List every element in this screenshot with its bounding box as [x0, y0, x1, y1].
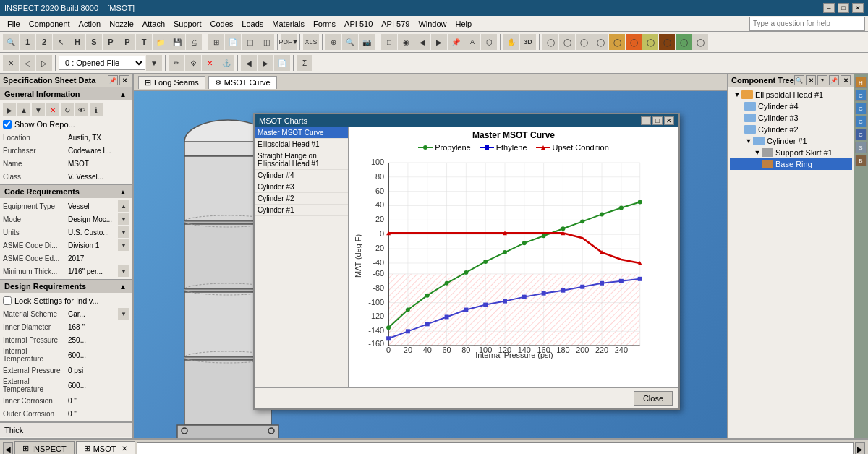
- tool-c6[interactable]: ◯: [626, 34, 642, 50]
- tree-item-head1[interactable]: ▼ Ellipsoidal Head #1: [730, 89, 852, 100]
- bottom-tab-msot[interactable]: ⊞ MSOT ✕: [76, 441, 136, 454]
- menu-api510[interactable]: API 510: [340, 18, 377, 30]
- tool-s[interactable]: S: [86, 34, 102, 50]
- code-collapse-btn[interactable]: ▲: [119, 188, 128, 196]
- tool-pin[interactable]: 📌: [448, 34, 464, 50]
- panel-pin-btn[interactable]: 📌: [108, 75, 118, 85]
- tool-arrow-l[interactable]: ◀: [414, 34, 430, 50]
- gen-tool-eye[interactable]: 👁: [75, 103, 88, 116]
- menu-action[interactable]: Action: [75, 18, 106, 30]
- close-button[interactable]: ✕: [852, 3, 864, 13]
- side-icon-4[interactable]: C: [855, 116, 867, 127]
- tool-grid[interactable]: ⊞: [208, 34, 224, 50]
- show-on-report-row[interactable]: Show On Repo...: [0, 118, 132, 131]
- tool-undo-icon[interactable]: ✕: [3, 55, 19, 71]
- tool-crosshair[interactable]: ⊕: [326, 34, 341, 50]
- chart-list-item-cyl4[interactable]: Cylinder #4: [255, 170, 348, 181]
- tree-item-cyl1[interactable]: ▼ Cylinder #1: [730, 135, 852, 147]
- tree-search-btn[interactable]: 🔍: [794, 75, 804, 85]
- tool-c7[interactable]: ◯: [642, 34, 658, 50]
- tool-view2[interactable]: ◉: [398, 34, 414, 50]
- tool-cam[interactable]: 📷: [359, 34, 375, 50]
- mat-scheme-arrow[interactable]: ▼: [118, 308, 129, 320]
- general-collapse-btn[interactable]: ▲: [119, 90, 128, 98]
- gen-tool-3[interactable]: ▼: [32, 103, 45, 116]
- tab-msot-curve[interactable]: ❄ MSOT Curve: [208, 76, 277, 89]
- tool-print[interactable]: 🖨: [186, 34, 202, 50]
- menu-loads[interactable]: Loads: [237, 18, 268, 30]
- tree-close-btn[interactable]: ✕: [841, 75, 851, 85]
- tree-plus-btn[interactable]: ✕: [806, 75, 816, 85]
- side-icon-2[interactable]: C: [855, 90, 867, 101]
- menu-help[interactable]: Help: [451, 18, 477, 30]
- menu-support[interactable]: Support: [169, 18, 206, 30]
- tool-2[interactable]: 2: [36, 34, 52, 50]
- menu-materials[interactable]: Materials: [268, 18, 309, 30]
- equip-type-arrow[interactable]: ▲: [118, 200, 129, 212]
- side-icon-5[interactable]: C: [855, 129, 867, 140]
- tool-p1[interactable]: P: [103, 34, 119, 50]
- minimize-button[interactable]: –: [823, 3, 835, 13]
- tab-msot-close[interactable]: ✕: [122, 445, 127, 453]
- menu-attach[interactable]: Attach: [138, 18, 169, 30]
- tool-x-red[interactable]: ✕: [202, 55, 218, 71]
- tool-c8[interactable]: ◯: [659, 34, 675, 50]
- tool-cursor[interactable]: ↖: [53, 34, 69, 50]
- expand-support1[interactable]: ▼: [753, 149, 762, 156]
- left-panel-scroll[interactable]: General Information ▲ ▶ ▲ ▼ ✕ ↻ 👁 ℹ: [0, 87, 132, 438]
- expand-head1[interactable]: ▼: [733, 91, 741, 98]
- tool-3d-a[interactable]: A: [464, 34, 480, 50]
- help-search[interactable]: [749, 17, 865, 31]
- tab-long-seams[interactable]: ⊞ Long Seams: [138, 76, 205, 89]
- tree-item-basering[interactable]: Base Ring: [730, 158, 852, 170]
- tool-c3[interactable]: ◯: [576, 34, 592, 50]
- tool-r2[interactable]: ◫: [258, 34, 274, 50]
- file-combo[interactable]: 0 : Opened File: [59, 56, 145, 70]
- tab-scroll-left[interactable]: ◀: [3, 442, 13, 454]
- units-arrow[interactable]: ▼: [118, 226, 129, 238]
- lock-row[interactable]: Lock Settings for Indiv...: [0, 294, 132, 307]
- side-icon-3[interactable]: C: [855, 103, 867, 114]
- chart-list-item-head1[interactable]: Ellipsoidal Head #1: [255, 139, 348, 150]
- dialog-minimize-btn[interactable]: –: [641, 116, 651, 125]
- side-icon-6[interactable]: S: [855, 142, 867, 153]
- bottom-tab-inspect[interactable]: ⊞ INSPECT: [14, 441, 75, 454]
- dialog-maximize-btn[interactable]: □: [652, 116, 663, 125]
- tree-help-btn[interactable]: ?: [817, 75, 827, 85]
- tool-1[interactable]: 1: [20, 34, 35, 50]
- tool-t[interactable]: T: [136, 34, 152, 50]
- tool-c9[interactable]: ◯: [676, 34, 692, 50]
- mode-arrow[interactable]: ▼: [118, 213, 129, 225]
- chart-list-item-master[interactable]: Master MSOT Curve: [255, 127, 348, 139]
- expand-cyl1[interactable]: ▼: [744, 137, 753, 145]
- tool-3d-b[interactable]: ⬡: [481, 34, 497, 50]
- general-info-title[interactable]: General Information ▲: [0, 87, 132, 100]
- lock-check[interactable]: [3, 296, 12, 305]
- design-req-title[interactable]: Design Requirements ▲: [0, 280, 132, 293]
- tree-pin-btn[interactable]: 📌: [829, 75, 839, 85]
- tool-c10[interactable]: ◯: [692, 34, 708, 50]
- tab-scroll-area[interactable]: [137, 442, 854, 454]
- tool-c2[interactable]: ◯: [559, 34, 575, 50]
- gen-tool-info[interactable]: ℹ: [90, 103, 103, 116]
- code-req-title[interactable]: Code Requirements ▲: [0, 185, 132, 198]
- tool-pencil[interactable]: ✏: [169, 55, 184, 71]
- gen-tool-x[interactable]: ✕: [46, 103, 59, 116]
- gen-tool-2[interactable]: ▲: [17, 103, 30, 116]
- tool-fwd[interactable]: ▷: [36, 55, 52, 71]
- panel-close-btn[interactable]: ✕: [119, 75, 129, 85]
- maximize-button[interactable]: □: [838, 3, 849, 13]
- tool-c4[interactable]: ◯: [592, 34, 608, 50]
- tree-item-cyl2[interactable]: Cylinder #2: [730, 124, 852, 135]
- tool-c5[interactable]: ◯: [609, 34, 625, 50]
- menu-component[interactable]: Component: [25, 18, 75, 30]
- menu-codes[interactable]: Codes: [206, 18, 238, 30]
- gen-tool-1[interactable]: ▶: [3, 103, 16, 116]
- tool-r1[interactable]: ◫: [242, 34, 258, 50]
- tool-anchor[interactable]: ⚓: [218, 55, 234, 71]
- tree-item-support1[interactable]: ▼ Support Skirt #1: [730, 147, 852, 158]
- menu-window[interactable]: Window: [414, 18, 451, 30]
- tree-item-cyl4[interactable]: Cylinder #4: [730, 100, 852, 112]
- close-dialog-button[interactable]: Close: [634, 391, 673, 406]
- show-on-report-check[interactable]: [3, 120, 12, 129]
